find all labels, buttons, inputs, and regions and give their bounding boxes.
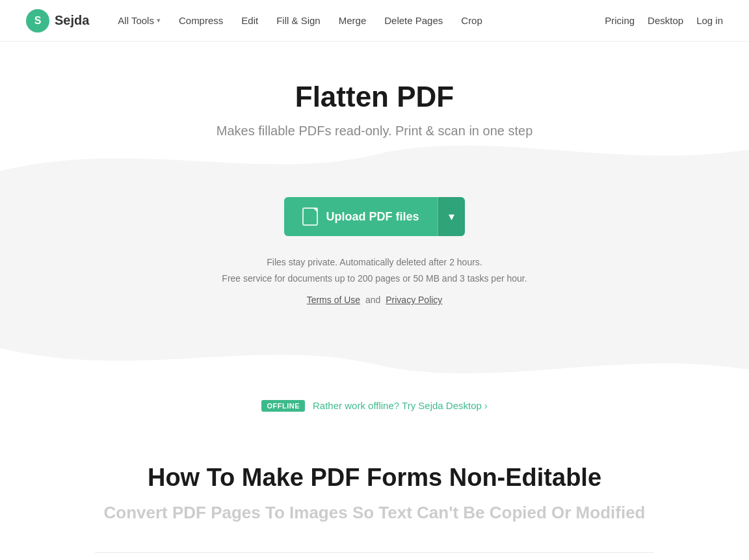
terms-of-use-link[interactable]: Terms of Use [307, 295, 360, 305]
upload-button-group: Upload PDF files ▾ [284, 197, 464, 236]
upload-dropdown-button[interactable]: ▾ [438, 197, 465, 236]
offline-desktop-link[interactable]: Rather work offline? Try Sejda Desktop › [313, 400, 488, 411]
nav-crop[interactable]: Crop [453, 11, 490, 30]
logo-text: Sejda [55, 13, 89, 28]
nav-fill-sign[interactable]: Fill & Sign [269, 11, 328, 30]
page-title: Flatten PDF [13, 81, 736, 113]
offline-badge: OFFLINE [261, 400, 305, 412]
upload-wrapper: Upload PDF files ▾ Files stay private. A… [0, 171, 749, 348]
logo-icon: S [26, 9, 49, 33]
privacy-text: Files stay private. Automatically delete… [13, 254, 736, 271]
offline-banner: OFFLINE Rather work offline? Try Sejda D… [0, 387, 749, 425]
desktop-link[interactable]: Desktop [648, 15, 683, 26]
nav-delete-pages[interactable]: Delete Pages [376, 11, 451, 30]
logo[interactable]: S Sejda [26, 9, 89, 33]
main-nav: All Tools ▾ Compress Edit Fill & Sign Me… [110, 11, 490, 30]
page-subtitle: Makes fillable PDFs read-only. Print & s… [13, 124, 736, 139]
hero-section: Flatten PDF Makes fillable PDFs read-onl… [0, 42, 749, 139]
wave-top-svg [0, 139, 749, 171]
section-divider [95, 552, 654, 553]
offline-message: Rather work offline? Try Sejda Desktop › [313, 400, 488, 411]
legal-links: Terms of Use and Privacy Policy [13, 292, 736, 308]
nav-merge[interactable]: Merge [331, 11, 374, 30]
nav-all-tools[interactable]: All Tools ▾ [110, 11, 168, 30]
content-section: How To Make PDF Forms Non-Editable Conve… [82, 425, 667, 560]
nav-compress[interactable]: Compress [171, 11, 231, 30]
site-header: S Sejda All Tools ▾ Compress Edit Fill &… [0, 0, 749, 42]
free-service-text: Free service for documents up to 200 pag… [13, 271, 736, 287]
nav-edit[interactable]: Edit [233, 11, 266, 30]
login-link[interactable]: Log in [696, 15, 723, 26]
content-heading: How To Make PDF Forms Non-Editable [95, 464, 654, 492]
and-text: and [365, 295, 380, 305]
upload-area: Upload PDF files ▾ [13, 197, 736, 236]
offline-chevron-icon: › [484, 401, 488, 411]
all-tools-chevron: ▾ [157, 16, 161, 25]
upload-section: Upload PDF files ▾ Files stay private. A… [0, 171, 749, 348]
header-left: S Sejda All Tools ▾ Compress Edit Fill &… [26, 9, 490, 33]
upload-info: Files stay private. Automatically delete… [13, 254, 736, 309]
privacy-policy-link[interactable]: Privacy Policy [386, 295, 442, 305]
wave-bottom-svg [0, 348, 749, 380]
header-right: Pricing Desktop Log in [605, 15, 723, 26]
content-subtitle: Convert PDF Pages To Images So Text Can'… [95, 500, 654, 527]
pricing-link[interactable]: Pricing [605, 15, 635, 26]
dropdown-arrow-icon: ▾ [449, 209, 454, 224]
upload-pdf-button[interactable]: Upload PDF files [284, 197, 437, 236]
pdf-file-icon [302, 207, 318, 226]
